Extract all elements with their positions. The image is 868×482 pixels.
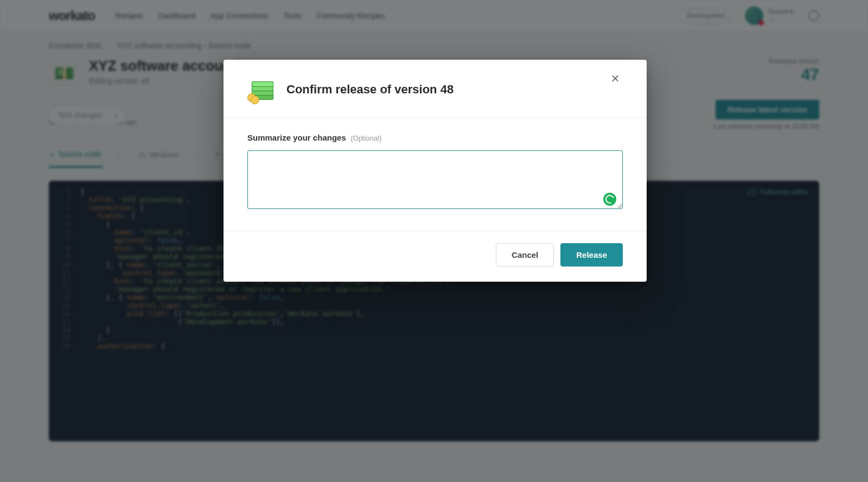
cancel-button[interactable]: Cancel: [496, 243, 554, 267]
release-button[interactable]: Release: [560, 243, 623, 267]
changes-label: Summarize your changes: [247, 133, 346, 142]
release-modal: Confirm release of version 48 × Summariz…: [224, 60, 647, 282]
close-icon[interactable]: ×: [608, 71, 623, 86]
changes-optional: (Optional): [350, 134, 381, 142]
modal-title: Confirm release of version 48: [286, 83, 454, 97]
grammarly-icon: [603, 193, 616, 206]
money-stack-icon: [247, 76, 277, 103]
changes-textarea[interactable]: [247, 150, 623, 209]
